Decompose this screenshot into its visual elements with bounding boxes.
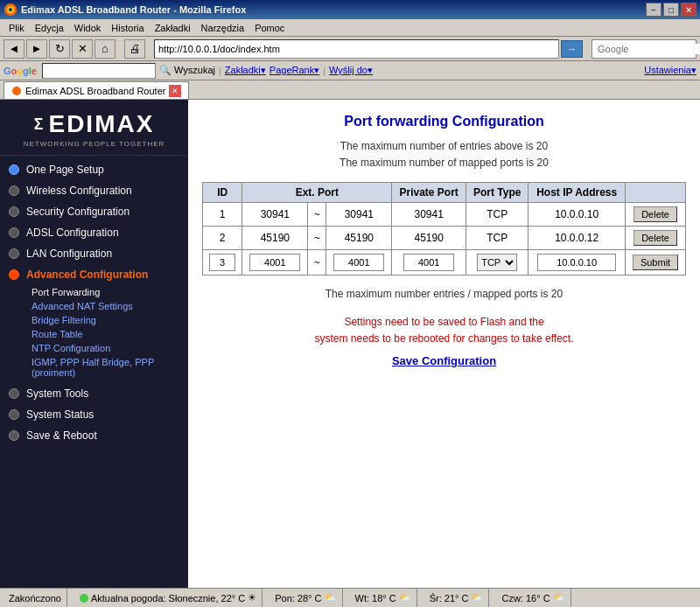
cell-port-type: TCP [466,227,528,250]
sidebar-sub-menu: Port Forwarding Advanced NAT Settings Br… [0,285,188,380]
info-line1: The maximum number of entries above is 2… [340,140,548,152]
sidebar-subitem-advanced-nat[interactable]: Advanced NAT Settings [24,299,188,313]
delete-button-2[interactable]: Delete [634,230,677,246]
cell-host-ip-new [528,250,626,276]
sidebar-dot [9,185,19,196]
sidebar-dot [9,430,19,441]
cell-ext-start: 30941 [242,203,308,227]
sidebar-label: System Status [26,408,94,421]
links-pagerank[interactable]: PageRank▾ [270,65,319,76]
links-settings[interactable]: Ustawienia▾ [644,65,696,76]
sidebar-item-one-page-setup[interactable]: One Page Setup [0,159,188,180]
cloud-icon-wed: ⛅ [471,592,483,604]
cell-action: Delete [626,203,686,227]
address-input[interactable] [158,44,555,54]
cloud-icon-tue: ⛅ [399,592,411,604]
cell-private-port: 45190 [392,227,466,250]
delete-button-1[interactable]: Delete [634,206,677,222]
links-bar: Google 🔍 Wyszukaj | Zakładki▾ PageRank▾ … [0,61,700,80]
menu-bookmarks[interactable]: Zakładki [150,21,196,35]
sidebar-subitem-route-table[interactable]: Route Table [24,327,188,341]
cloud-icon-mon: ⛅ [325,592,337,604]
new-row-id[interactable] [209,254,235,271]
save-configuration-link[interactable]: Save Configuration [202,354,686,367]
menu-tools[interactable]: Narzędzia [196,21,250,35]
minimize-button[interactable]: − [646,3,662,17]
tab-edimax[interactable]: Edimax ADSL Broadband Router ✕ [4,81,189,99]
sidebar-subitem-ntp-config[interactable]: NTP Configuration [24,341,188,355]
go-button[interactable]: → [561,40,583,58]
sidebar-subitem-bridge-filtering[interactable]: Bridge Filtering [24,313,188,327]
table-row-new: ~ TCP UDP Both [203,250,686,276]
info-text: The maximum number of entries above is 2… [202,138,686,171]
cloud-icon-thu: ⛅ [553,592,565,604]
stop-button[interactable] [72,39,93,59]
back-button[interactable] [4,39,24,59]
tab-close-button[interactable]: ✕ [169,85,181,97]
menu-bar: Plik Edycja Widok Historia Zakładki Narz… [0,19,700,37]
firefox-icon [4,3,18,17]
menu-view[interactable]: Widok [69,21,107,35]
print-button[interactable]: 🖨 [124,39,145,59]
status-bar: Zakończono Aktualna pogoda: Słonecznie, … [0,588,700,607]
col-host-ip: Host IP Address [528,183,626,203]
page-title: Port forwarding Configuration [202,114,686,129]
address-bar [154,39,559,59]
table-row: 2 45190 ~ 45190 45190 TCP 10.0.0.12 Dele… [203,227,686,250]
cell-submit: Submit [626,250,686,276]
sidebar-label: Security Configuration [26,206,130,218]
cell-id: 1 [203,203,242,227]
new-private-port[interactable] [403,254,454,271]
sidebar-dot [9,248,19,259]
sidebar-subitem-igmp[interactable]: IGMP, PPP Half Bridge, PPP (proiment) [24,355,188,380]
status-done: Zakończono [4,589,67,607]
links-send[interactable]: Wyślij do▾ [329,65,373,76]
google-logo: Google [4,66,37,76]
links-search-btn[interactable]: 🔍 Wyszukaj [159,65,215,76]
close-button[interactable]: ✕ [681,3,696,17]
links-search-input[interactable] [42,63,156,79]
menu-file[interactable]: Plik [4,21,30,35]
sidebar-item-wireless-config[interactable]: Wireless Configuration [0,180,188,201]
new-ext-end[interactable] [333,254,384,271]
port-forwarding-table: ID Ext. Port Private Port Port Type Host… [202,182,686,276]
new-host-ip[interactable] [537,254,616,271]
warning-line1: Settings need to be saved to Flash and t… [344,316,543,328]
links-bookmarks[interactable]: Zakładki▾ [225,65,266,76]
google-search-input[interactable] [598,44,700,54]
cell-tilde: ~ [308,250,326,276]
menu-history[interactable]: Historia [106,21,149,35]
sidebar-label: Advanced Configuration [26,269,148,281]
home-button[interactable] [94,39,116,59]
tab-icon [11,86,22,96]
cell-private-port-new [392,250,466,276]
sidebar-item-system-status[interactable]: System Status [0,404,188,425]
sidebar-item-security-config[interactable]: Security Configuration [0,201,188,222]
cell-host-ip: 10.0.0.12 [528,227,626,250]
cell-id-new [203,250,242,276]
new-ext-start[interactable] [249,254,300,271]
submit-button[interactable]: Submit [633,255,678,270]
maximize-button[interactable]: □ [663,3,679,17]
brand-logo: Σ EDIMAX [34,110,155,138]
warning-line2: system needs to be rebooted for changes … [315,332,574,345]
footer-note: The maximum number entries / mapped port… [202,286,686,303]
sidebar-menu: One Page Setup Wireless Configuration Se… [0,156,188,450]
sidebar-item-lan-config[interactable]: LAN Configuration [0,243,188,264]
cell-host-ip: 10.0.0.10 [528,203,626,227]
forward-button[interactable] [26,39,47,59]
weather-icon [80,594,88,603]
menu-help[interactable]: Pomoc [249,21,290,35]
sidebar-subitem-port-forwarding[interactable]: Port Forwarding [24,285,188,299]
cell-tilde: ~ [308,227,326,250]
sidebar-dot [9,164,19,175]
new-port-type-select[interactable]: TCP UDP Both [477,254,517,271]
reload-button[interactable] [49,39,70,59]
sidebar-item-advanced-config[interactable]: Advanced Configuration [0,264,188,285]
menu-edit[interactable]: Edycja [30,21,69,35]
google-search-box: G 🔍 [592,39,696,59]
sidebar-item-adsl-config[interactable]: ADSL Configuration [0,222,188,243]
sidebar-item-save-reboot[interactable]: Save & Reboot [0,425,188,446]
sun-icon: ☀ [248,592,256,604]
sidebar-item-system-tools[interactable]: System Tools [0,383,188,404]
